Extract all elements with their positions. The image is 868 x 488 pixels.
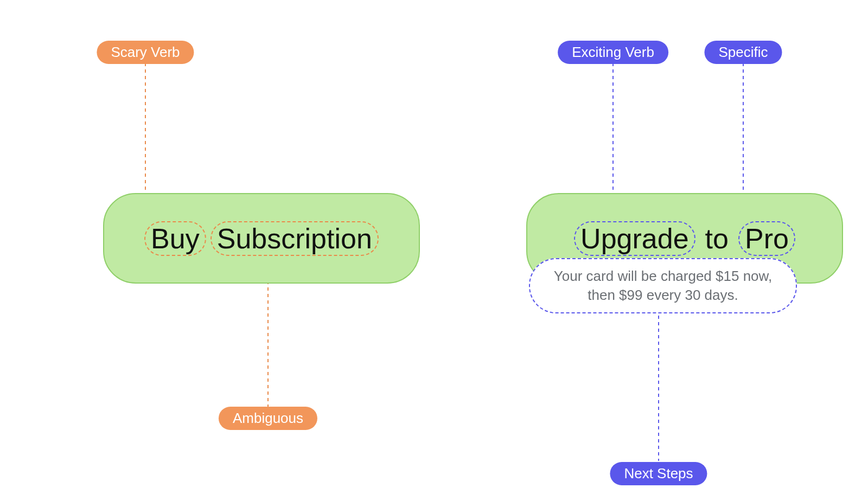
cta-right-subtext: Your card will be charged $15 now, then …	[529, 258, 797, 313]
subtext-line-1: Your card will be charged $15 now,	[554, 268, 772, 284]
tag-label: Specific	[718, 44, 768, 60]
tag-next-steps: Next Steps	[610, 462, 707, 485]
tag-specific: Specific	[704, 41, 782, 64]
diagram-stage: Scary Verb Buy Subscription Ambiguous Ex…	[0, 0, 868, 488]
cta-right-word-2: to	[700, 222, 734, 255]
tag-scary-verb: Scary Verb	[97, 41, 194, 64]
tag-label: Next Steps	[624, 465, 693, 481]
tag-label: Scary Verb	[111, 44, 180, 60]
cta-left-word-1: Buy	[144, 221, 206, 256]
tag-label: Exciting Verb	[572, 44, 654, 60]
tag-label: Ambiguous	[233, 410, 303, 426]
cta-right-word-1: Upgrade	[574, 221, 695, 256]
tag-exciting-verb: Exciting Verb	[558, 41, 668, 64]
cta-right-word-3: Pro	[738, 221, 795, 256]
cta-left[interactable]: Buy Subscription	[103, 193, 420, 284]
cta-left-word-2: Subscription	[210, 221, 379, 256]
tag-ambiguous: Ambiguous	[219, 407, 317, 430]
subtext-line-2: then $99 every 30 days.	[588, 287, 738, 303]
